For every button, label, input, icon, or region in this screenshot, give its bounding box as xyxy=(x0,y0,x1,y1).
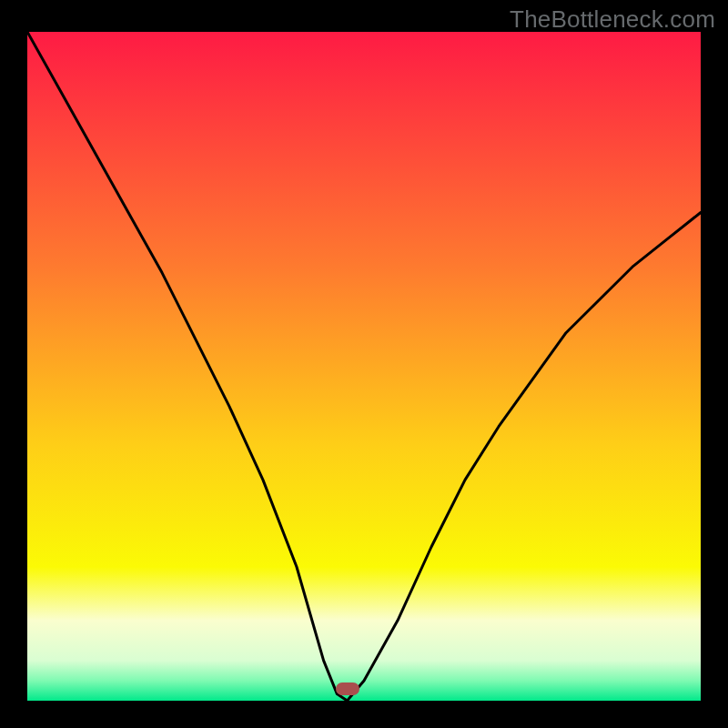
watermark-text: TheBottleneck.com xyxy=(510,5,715,34)
figure-container: TheBottleneck.com xyxy=(0,0,728,728)
bottleneck-curve xyxy=(27,32,701,701)
optimum-marker xyxy=(336,682,359,695)
plot-area xyxy=(27,32,701,701)
